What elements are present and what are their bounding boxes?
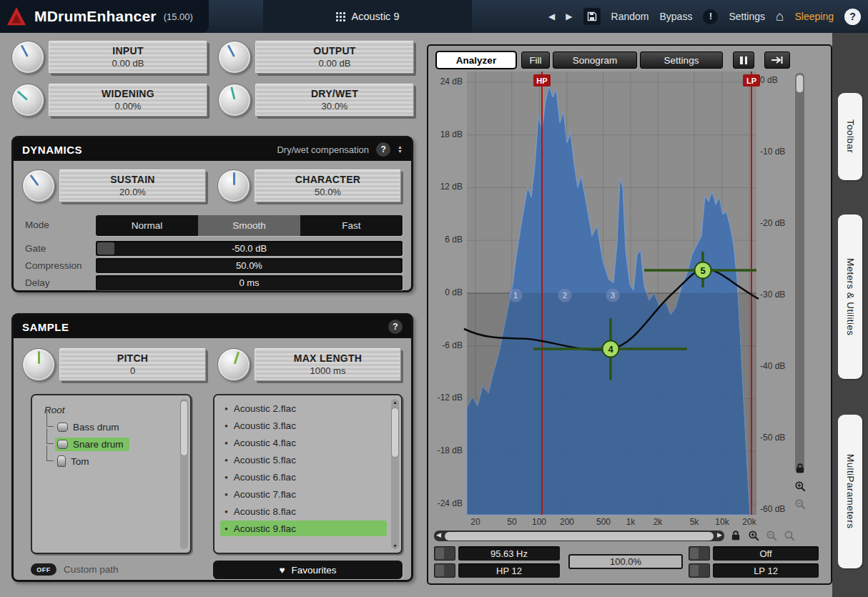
- tab-analyzer[interactable]: Analyzer: [435, 51, 517, 69]
- mode-normal-button[interactable]: Normal: [96, 215, 198, 236]
- character-knob[interactable]: [217, 169, 250, 202]
- max-length-knob[interactable]: [217, 348, 250, 381]
- pitch-display[interactable]: PITCH 0: [59, 348, 206, 381]
- side-tab-meters-utilities[interactable]: Meters & Utilities: [838, 214, 862, 379]
- file-item[interactable]: ●Acoustic 2.flac: [220, 400, 387, 416]
- lp-freq-mini-slider[interactable]: [689, 546, 710, 561]
- output-display[interactable]: OUTPUT 0.00 dB: [255, 41, 414, 74]
- widening-knob[interactable]: [11, 84, 44, 117]
- melda-logo-icon[interactable]: [6, 6, 27, 27]
- drywet-label: DRY/WET: [256, 88, 413, 99]
- h-zoom-reset-icon[interactable]: [784, 530, 795, 541]
- sustain-knob[interactable]: [22, 169, 55, 202]
- h-lock-icon[interactable]: [730, 530, 741, 541]
- custom-path-toggle[interactable]: OFF: [31, 563, 56, 576]
- delay-slider[interactable]: 0 ms: [96, 275, 403, 290]
- compression-slider[interactable]: 50.0%: [96, 258, 403, 273]
- tab-fill[interactable]: Fill: [521, 51, 550, 69]
- save-button[interactable]: [583, 8, 601, 25]
- settings-button[interactable]: Settings: [729, 11, 765, 22]
- scroll-down-icon[interactable]: ▼: [391, 543, 399, 548]
- file-item[interactable]: ●Acoustic 6.flac: [220, 469, 387, 485]
- tree-item-tom[interactable]: Tom: [38, 453, 177, 470]
- home-icon[interactable]: ⌂: [776, 9, 784, 24]
- lp-marker-label: LP: [746, 77, 756, 85]
- zoom-in-icon[interactable]: [794, 480, 806, 492]
- eq-point-1[interactable]: 1: [508, 288, 523, 302]
- lock-icon[interactable]: [794, 463, 806, 474]
- character-display[interactable]: CHARACTER 50.0%: [255, 169, 401, 202]
- drywet-knob[interactable]: [218, 84, 251, 117]
- next-preset-icon[interactable]: ▶: [566, 11, 572, 21]
- tree-item-bass-drum[interactable]: Bass drum: [38, 418, 177, 435]
- lp-frequency-field[interactable]: Off: [713, 546, 819, 561]
- horizontal-scrollbar[interactable]: ◀ ▶: [434, 531, 724, 541]
- maxlength-display[interactable]: MAX LENGTH 1000 ms: [255, 348, 401, 381]
- hp-frequency-field[interactable]: 95.63 Hz: [458, 546, 560, 561]
- scroll-right-icon[interactable]: ▶: [717, 531, 722, 538]
- plugin-window: MDrumEnhancer (15.00) Acoustic 9 ◀ ▶: [0, 0, 868, 597]
- file-bullet-icon: ●: [225, 508, 228, 515]
- hp-slope-field[interactable]: HP 12: [458, 563, 560, 578]
- hp-slope-mini-slider[interactable]: [434, 563, 455, 578]
- input-display[interactable]: INPUT 0.00 dB: [49, 41, 207, 74]
- file-item[interactable]: ●Acoustic 4.flac: [220, 435, 387, 450]
- h-zoom-in-icon[interactable]: [748, 530, 759, 541]
- dynamics-help-icon[interactable]: ?: [376, 142, 390, 157]
- h-zoom-out-icon[interactable]: [766, 530, 777, 541]
- tab-sonogram[interactable]: Sonogram: [553, 51, 637, 69]
- side-tab-multiparameters[interactable]: MultiParameters: [838, 415, 862, 568]
- slider-handle[interactable]: [97, 242, 114, 255]
- file-item-selected[interactable]: ●Acoustic 9.flac: [220, 520, 387, 536]
- sample-help-icon[interactable]: ?: [388, 320, 403, 334]
- pitch-knob[interactable]: [22, 348, 55, 381]
- bypass-button[interactable]: Bypass: [660, 11, 693, 22]
- slider-thumb[interactable]: [796, 74, 804, 93]
- character-value: 50.0%: [255, 187, 400, 197]
- lp-slope-field[interactable]: LP 12: [713, 563, 819, 578]
- favourites-button[interactable]: ♥ Favourites: [213, 561, 403, 579]
- tree-item-snare-drum[interactable]: Snare drum: [38, 435, 177, 453]
- gate-slider[interactable]: -50.0 dB: [96, 241, 403, 256]
- alert-icon[interactable]: !: [703, 9, 718, 24]
- pause-button[interactable]: [733, 51, 754, 69]
- widening-display[interactable]: WIDENING 0.00%: [49, 84, 207, 117]
- drywet-display[interactable]: DRY/WET 30.0%: [255, 84, 414, 117]
- scrollbar-thumb[interactable]: [445, 532, 714, 541]
- mix-field[interactable]: 100.0%: [568, 554, 683, 569]
- file-item[interactable]: ●Acoustic 7.flac: [220, 486, 387, 502]
- file-item[interactable]: ●Acoustic 5.flac: [220, 452, 387, 468]
- help-icon[interactable]: ?: [844, 9, 861, 25]
- input-knob[interactable]: [11, 41, 44, 74]
- tree-scrollbar[interactable]: [180, 399, 188, 549]
- eq-point-3[interactable]: 3: [606, 288, 620, 302]
- tree-item-root[interactable]: Root: [38, 401, 177, 418]
- eq-point-2[interactable]: 2: [558, 288, 572, 302]
- output-knob[interactable]: [218, 41, 251, 74]
- drywet-compensation-option[interactable]: Dry/wet compensation: [277, 144, 369, 155]
- previous-preset-icon[interactable]: ◀: [548, 11, 555, 21]
- spectrum-eq-plot[interactable]: HP LP 1 2: [467, 71, 756, 515]
- sustain-display[interactable]: SUSTAIN 20.0%: [59, 169, 206, 202]
- hp-freq-mini-slider[interactable]: [434, 546, 455, 561]
- follow-playhead-button[interactable]: [764, 51, 790, 69]
- scrollbar-thumb[interactable]: [391, 408, 399, 458]
- scrollbar-thumb[interactable]: [180, 400, 188, 456]
- side-tab-toolbar[interactable]: Toolbar: [838, 93, 862, 180]
- collapse-expand-icon[interactable]: ▲▼: [398, 145, 403, 154]
- scroll-up-icon[interactable]: ▲: [391, 400, 399, 405]
- sleeping-button[interactable]: Sleeping: [795, 11, 834, 22]
- random-button[interactable]: Random: [611, 11, 649, 22]
- file-item[interactable]: ●Acoustic 3.flac: [220, 418, 387, 433]
- file-item[interactable]: ●Acoustic 8.flac: [220, 503, 387, 519]
- lp-slope-mini-slider[interactable]: [689, 563, 710, 578]
- vertical-zoom-slider[interactable]: [795, 73, 804, 473]
- tab-settings[interactable]: Settings: [640, 51, 723, 69]
- mode-fast-button[interactable]: Fast: [300, 215, 403, 236]
- file-list-scrollbar[interactable]: ▲ ▼: [391, 399, 399, 549]
- file-bullet-icon: ●: [225, 457, 228, 463]
- scroll-left-icon[interactable]: ◀: [436, 531, 441, 538]
- preset-selector[interactable]: Acoustic 9: [263, 0, 472, 33]
- mode-smooth-button[interactable]: Smooth: [198, 215, 300, 236]
- zoom-out-icon[interactable]: [794, 498, 806, 510]
